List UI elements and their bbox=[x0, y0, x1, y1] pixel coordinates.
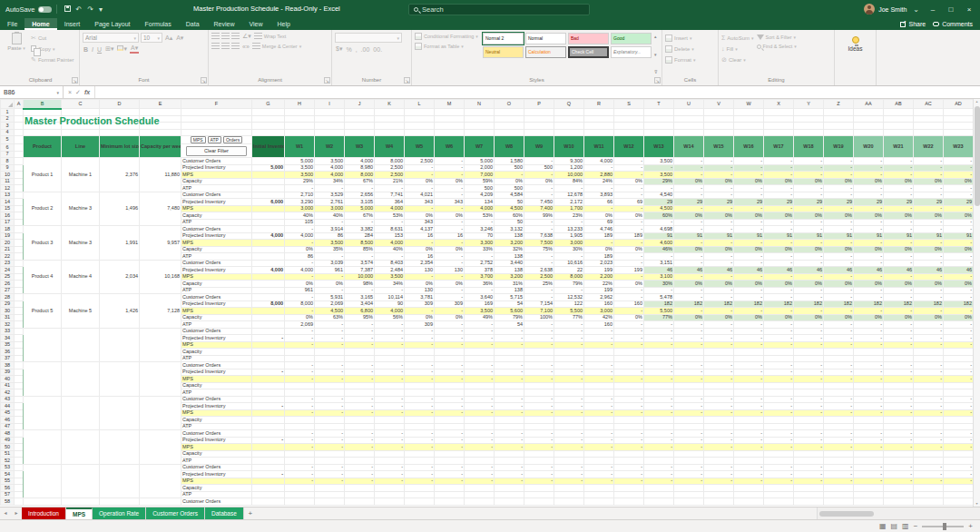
grid-cell[interactable]: - bbox=[614, 430, 644, 438]
grid-cell[interactable] bbox=[614, 115, 644, 123]
week-cell[interactable]: 0% bbox=[435, 246, 465, 253]
grid-cell[interactable] bbox=[15, 458, 24, 465]
close-button[interactable]: × bbox=[962, 5, 976, 14]
week-cell[interactable]: - bbox=[944, 172, 974, 179]
grid-cell[interactable] bbox=[794, 423, 824, 430]
normal-view-icon[interactable]: ▦ bbox=[879, 522, 887, 530]
week-cell[interactable]: - bbox=[315, 321, 345, 329]
week-cell[interactable]: - bbox=[584, 164, 614, 172]
week-cell[interactable]: - bbox=[914, 294, 944, 301]
grid-cell[interactable] bbox=[15, 212, 24, 220]
grid-cell[interactable]: - bbox=[944, 409, 974, 417]
week-cell[interactable]: 0% bbox=[405, 314, 435, 321]
grid-cell[interactable] bbox=[285, 389, 315, 397]
grid-cell[interactable] bbox=[465, 123, 495, 130]
week-cell[interactable]: - bbox=[764, 192, 794, 199]
clipboard-dialog-launcher[interactable]: ↘ bbox=[72, 77, 78, 84]
week-cell[interactable]: 961 bbox=[285, 287, 315, 294]
grid-cell[interactable] bbox=[944, 389, 974, 397]
column-header-N[interactable]: N bbox=[465, 100, 495, 109]
grid-cell[interactable]: - bbox=[495, 409, 524, 417]
week-cell[interactable]: 29 bbox=[914, 199, 944, 206]
grid-cell[interactable]: - bbox=[345, 437, 375, 444]
week-cell[interactable]: - bbox=[854, 192, 884, 199]
week-cell[interactable]: 138 bbox=[495, 267, 524, 274]
grid-cell[interactable] bbox=[554, 498, 584, 506]
grid-cell[interactable]: - bbox=[854, 335, 884, 342]
grid-cell[interactable] bbox=[554, 382, 584, 389]
grid-cell[interactable]: - bbox=[794, 396, 824, 403]
row-header[interactable]: 21 bbox=[1, 246, 15, 253]
grid-cell[interactable]: - bbox=[435, 362, 465, 369]
week-cell[interactable]: 0% bbox=[704, 212, 734, 220]
grid-cell[interactable] bbox=[375, 123, 405, 130]
grid-cell[interactable]: - bbox=[674, 376, 704, 383]
grid-cell[interactable] bbox=[554, 123, 584, 130]
row-header[interactable]: 43 bbox=[1, 396, 15, 403]
grid-cell[interactable]: - bbox=[375, 341, 405, 349]
grid-cell[interactable]: - bbox=[734, 409, 764, 417]
grid-cell[interactable]: - bbox=[674, 444, 704, 451]
grid-cell[interactable]: - bbox=[495, 478, 524, 485]
week-cell[interactable]: - bbox=[405, 205, 435, 212]
grid-cell[interactable]: - bbox=[524, 464, 554, 471]
metric-label[interactable]: Capacity bbox=[181, 178, 252, 185]
week-cell[interactable]: 46 bbox=[854, 267, 884, 274]
grid-cell[interactable]: - bbox=[345, 335, 375, 342]
week-cell[interactable]: 3,500 bbox=[285, 172, 315, 179]
week-cell[interactable]: 2,500 bbox=[375, 172, 405, 179]
grid-cell[interactable] bbox=[584, 349, 614, 356]
grid-cell[interactable] bbox=[252, 396, 285, 403]
week-cell[interactable]: - bbox=[435, 226, 465, 233]
week-cell[interactable]: 343 bbox=[405, 219, 435, 226]
week-cell[interactable]: - bbox=[764, 240, 794, 247]
underline-button[interactable]: U bbox=[96, 46, 103, 53]
grid-cell[interactable] bbox=[914, 485, 944, 492]
grid-cell[interactable] bbox=[944, 349, 974, 356]
week-cell[interactable]: 10,000 bbox=[345, 273, 375, 281]
grid-cell[interactable] bbox=[584, 498, 614, 506]
row-header[interactable]: 4 bbox=[1, 129, 15, 136]
week-cell[interactable]: - bbox=[435, 205, 465, 212]
grid-cell[interactable] bbox=[15, 144, 24, 152]
column-header-U[interactable]: U bbox=[674, 100, 704, 109]
grid-cell[interactable] bbox=[375, 355, 405, 362]
metric-label[interactable]: ATP bbox=[181, 185, 252, 192]
grid-cell[interactable]: - bbox=[554, 430, 584, 438]
increase-font-icon[interactable]: A▴ bbox=[164, 34, 173, 42]
grid-cell[interactable]: - bbox=[674, 437, 704, 444]
grid-cell[interactable]: - bbox=[285, 464, 315, 471]
grid-cell[interactable]: - bbox=[614, 328, 644, 335]
grid-cell[interactable] bbox=[674, 423, 704, 430]
grid-cell[interactable]: - bbox=[704, 437, 734, 444]
grid-cell[interactable] bbox=[584, 355, 614, 362]
grid-cell[interactable] bbox=[405, 417, 435, 424]
alignment-dialog-launcher[interactable]: ↘ bbox=[324, 77, 330, 84]
week-header-W22[interactable]: W22 bbox=[914, 136, 944, 158]
grid-cell[interactable] bbox=[614, 423, 644, 430]
week-cell[interactable]: 4,500 bbox=[644, 205, 674, 212]
grid-cell[interactable] bbox=[15, 178, 24, 185]
metric-label[interactable]: Capacity bbox=[181, 417, 252, 424]
grid-cell[interactable] bbox=[764, 355, 794, 362]
grid-cell[interactable]: - bbox=[614, 335, 644, 342]
week-header-W2[interactable]: W2 bbox=[315, 136, 345, 158]
week-cell[interactable]: - bbox=[435, 192, 465, 199]
grid-cell[interactable] bbox=[704, 450, 734, 458]
grid-cell[interactable] bbox=[405, 389, 435, 397]
grid-cell[interactable]: - bbox=[944, 478, 974, 485]
grid-cell[interactable] bbox=[15, 151, 24, 158]
grid-cell[interactable] bbox=[554, 417, 584, 424]
week-cell[interactable]: - bbox=[944, 321, 974, 329]
filter-button-orders[interactable]: Orders bbox=[223, 136, 242, 143]
grid-cell[interactable]: - bbox=[345, 478, 375, 485]
grid-cell[interactable] bbox=[15, 485, 24, 492]
metric-label[interactable]: Projected Inventory bbox=[181, 471, 252, 478]
grid-cell[interactable]: - bbox=[524, 471, 554, 478]
grid-cell[interactable] bbox=[944, 129, 974, 136]
week-cell[interactable]: - bbox=[704, 240, 734, 247]
grid-cell[interactable]: - bbox=[495, 341, 524, 349]
grid-cell[interactable]: - bbox=[704, 403, 734, 410]
week-cell[interactable]: 1,580 bbox=[495, 158, 524, 165]
week-cell[interactable]: 0% bbox=[824, 314, 854, 321]
